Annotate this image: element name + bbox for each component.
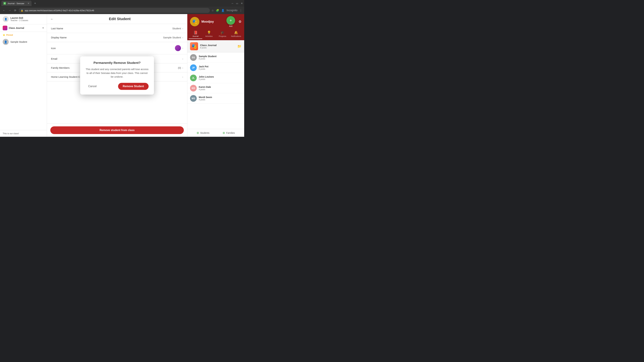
- panel-back-button[interactable]: ←: [50, 17, 54, 21]
- menu-icon[interactable]: ⋮: [240, 9, 242, 12]
- student-ss-avatar: SS: [190, 54, 197, 61]
- profile-icon[interactable]: 👤: [221, 9, 224, 12]
- display-name-label: Display Name: [51, 36, 66, 39]
- add-label: Add: [229, 25, 232, 27]
- student-kd-avatar: KD: [190, 85, 197, 91]
- student-list-item[interactable]: JL John Louises 5 posts: [187, 73, 244, 83]
- settings-icon[interactable]: ⚙: [238, 19, 242, 24]
- main-content: 💬 Messages 📚 Library 📅 Dates Class Journ…: [47, 14, 187, 137]
- icon-preview: [175, 45, 181, 51]
- extensions-icon[interactable]: 🧩: [216, 9, 219, 12]
- right-panel: 🎭 Moodjoy + Add ⚙ 📕 Journal 💡 Activities…: [187, 14, 244, 137]
- confirm-dialog: Permanently Remove Student? This student…: [80, 56, 154, 94]
- family-member-value: (0) ›: [178, 66, 183, 69]
- notifications-tab-icon: 🔔: [234, 30, 238, 34]
- moodjoy-avatar: 🎭: [190, 17, 200, 26]
- email-label: Email: [51, 57, 57, 60]
- email-chevron: ›: [182, 57, 183, 60]
- sidebar-bottom: This is our class!: [0, 130, 47, 137]
- restore-button[interactable]: ▭: [236, 2, 238, 5]
- student-ss-name: Sample Student: [199, 55, 216, 58]
- class-journal-title: Class Journal: [200, 44, 235, 46]
- student-jp-name: Jack Pot: [199, 65, 208, 68]
- add-fab-container: + Add: [226, 16, 235, 27]
- family-member-label: Family Members: [51, 66, 70, 69]
- icon-label: Icon: [51, 47, 56, 50]
- display-name-row[interactable]: Display Name Sample Student ›: [47, 33, 187, 42]
- tab-journal[interactable]: 📕 Journal: [189, 29, 202, 39]
- confirm-remove-button[interactable]: Remove Student: [118, 83, 148, 90]
- add-students-button[interactable]: ⊕ Students: [196, 131, 209, 135]
- lock-icon: 🔒: [21, 9, 23, 12]
- teacher-info: Lauren Deli Teacher - 2 Classes: [10, 16, 28, 22]
- student-kd-name: Karen Dale: [199, 86, 211, 88]
- new-tab-button[interactable]: +: [33, 2, 38, 5]
- folder-icon: 📁: [237, 44, 242, 48]
- close-button[interactable]: ✕: [241, 2, 243, 5]
- plus-students-icon: ⊕: [196, 131, 199, 135]
- class-subtitle: This is our class!: [3, 132, 19, 135]
- minimize-button[interactable]: ─: [232, 2, 233, 5]
- right-panel-footer: ⊕ Students ⊕ Families: [187, 129, 244, 137]
- back-nav-button[interactable]: ←: [2, 8, 6, 12]
- student-ms-avatar: MS: [190, 95, 197, 102]
- notifications-tab-label: Notifications: [231, 35, 241, 37]
- sidebar-student-name: Sample Student: [10, 40, 27, 43]
- tab-close-button[interactable]: ✕: [28, 2, 30, 5]
- student-jl-posts: 5 posts: [199, 78, 214, 80]
- panel-header: ← Edit Student: [47, 14, 187, 24]
- bookmark-icon[interactable]: ☆: [212, 9, 214, 12]
- tab-activities[interactable]: 💡 Activities: [202, 29, 216, 39]
- student-jl-avatar: JL: [190, 75, 197, 81]
- icon-value: ›: [175, 45, 183, 51]
- right-panel-header: 🎭 Moodjoy + Add ⚙: [187, 14, 244, 29]
- display-name-chevron: ›: [182, 36, 183, 39]
- sidebar-header: 👤 Lauren Deli Teacher - 2 Classes: [0, 14, 47, 24]
- dialog-title: Permanently Remove Student?: [86, 61, 148, 65]
- tab-notifications[interactable]: 🔔 Notifications: [229, 29, 243, 39]
- forward-nav-button[interactable]: →: [8, 8, 12, 12]
- class-name: Class Journal: [9, 27, 41, 29]
- address-bar[interactable]: 🔒 app.seesaw.me/#/class/class.e01bf4c2-9…: [18, 8, 210, 13]
- panel-footer: Remove student from class: [47, 123, 187, 137]
- student-list-item[interactable]: MS Mordi Seem 4 posts: [187, 93, 244, 104]
- families-footer-label: Families: [226, 132, 235, 134]
- dialog-body: This student and any connected parents w…: [86, 67, 148, 79]
- student-sidebar-avatar: 👤: [3, 39, 9, 45]
- class-selector[interactable]: Class Journal ▼: [0, 24, 47, 32]
- journal-tab-label: Journal: [192, 35, 198, 37]
- student-jl-name: John Louises: [199, 75, 214, 78]
- student-list-item[interactable]: JP Jack Pot 6 posts: [187, 63, 244, 73]
- student-jp-posts: 6 posts: [199, 68, 208, 70]
- window-controls: ─ ▭ ✕: [232, 2, 243, 5]
- students-footer-label: Students: [200, 132, 209, 134]
- plus-families-icon: ⊕: [222, 131, 225, 135]
- add-families-button[interactable]: ⊕ Families: [222, 131, 235, 135]
- display-name-value: Sample Student ›: [163, 36, 183, 39]
- moodjoy-name: Moodjoy: [202, 20, 224, 23]
- icon-row[interactable]: Icon ›: [47, 42, 187, 54]
- icon-chevron: ›: [182, 47, 183, 49]
- reload-button[interactable]: ⟳: [14, 8, 17, 13]
- student-kd-posts: 4 posts: [199, 88, 211, 91]
- last-name-row[interactable]: Last Name Student ›: [47, 24, 187, 33]
- last-name-value: Student ›: [172, 27, 183, 30]
- app-container: 👤 Lauren Deli Teacher - 2 Classes Class …: [0, 14, 244, 137]
- tab-favicon: S: [3, 2, 6, 5]
- activities-tab-icon: 💡: [207, 30, 211, 34]
- browser-tab[interactable]: S Journal - Seesaw ✕: [1, 1, 32, 6]
- class-journal-item[interactable]: 🎭 Class Journal 8 posts 📁: [187, 40, 244, 52]
- teacher-name: Lauren Deli: [10, 16, 28, 19]
- activities-tab-label: Activities: [205, 35, 212, 37]
- student-list-item[interactable]: SS Sample Student 8 posts: [187, 52, 244, 63]
- right-nav-tabs: 📕 Journal 💡 Activities 🎓 Progress 🔔 Noti…: [187, 29, 244, 40]
- cancel-button[interactable]: Cancel: [86, 83, 99, 89]
- student-list-item[interactable]: KD Karen Dale 4 posts: [187, 83, 244, 93]
- tab-progress[interactable]: 🎓 Progress: [216, 29, 230, 39]
- pinned-label: ⭐ Pinned: [3, 34, 44, 36]
- home-learning-chevron: ›: [182, 76, 183, 78]
- sidebar-student-item[interactable]: 👤 Sample Student: [0, 37, 47, 46]
- pinned-section: ⭐ Pinned: [0, 32, 47, 37]
- add-button[interactable]: +: [226, 16, 235, 25]
- remove-student-button[interactable]: Remove student from class: [50, 126, 184, 134]
